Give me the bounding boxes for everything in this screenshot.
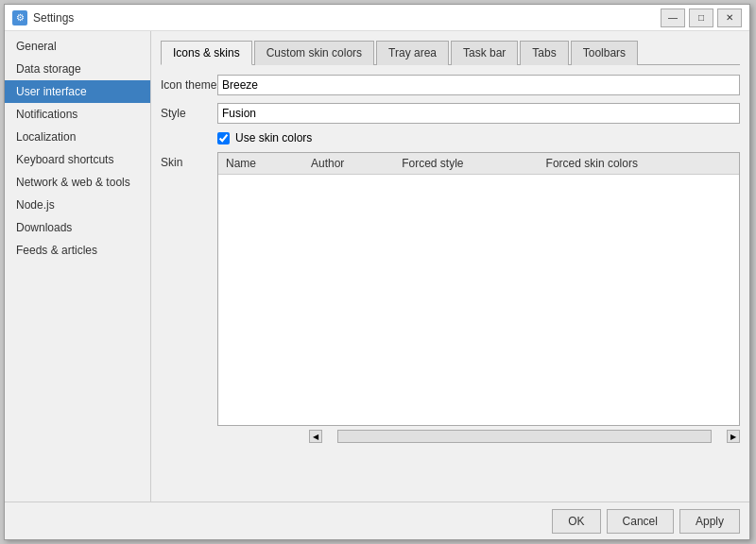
close-button[interactable]: ✕ — [717, 8, 742, 27]
icon-theme-label: Icon theme — [161, 78, 217, 92]
maximize-button[interactable]: □ — [689, 8, 713, 27]
sidebar-item-downloads[interactable]: Downloads — [5, 216, 150, 239]
scroll-left-button[interactable]: ◀ — [309, 430, 322, 443]
sidebar-item-data-storage[interactable]: Data storage — [5, 58, 150, 80]
style-label: Style — [161, 107, 217, 120]
tab-custom-skin-colors[interactable]: Custom skin colors — [254, 41, 374, 65]
content-area: GeneralData storageUser interfaceNotific… — [5, 31, 749, 502]
sidebar-item-user-interface[interactable]: User interface — [5, 80, 150, 103]
style-row: Style — [161, 103, 740, 124]
table-header-forced-skin-colors: Forced skin colors — [539, 153, 739, 175]
tab-task-bar[interactable]: Task bar — [451, 41, 518, 65]
use-skin-colors-checkbox[interactable] — [217, 132, 230, 144]
table-header-row: NameAuthorForced styleForced skin colors — [218, 153, 739, 175]
skin-table: NameAuthorForced styleForced skin colors — [218, 153, 739, 175]
sidebar-item-notifications[interactable]: Notifications — [5, 103, 150, 126]
sidebar-item-general[interactable]: General — [5, 35, 150, 58]
cancel-button[interactable]: Cancel — [607, 509, 674, 534]
use-skin-colors-label: Use skin colors — [235, 131, 312, 144]
style-input[interactable] — [217, 103, 740, 124]
apply-button[interactable]: Apply — [679, 509, 740, 534]
icon-theme-row: Icon theme — [161, 75, 740, 95]
app-icon: ⚙ — [12, 10, 27, 26]
table-header-forced-style: Forced style — [394, 153, 538, 175]
sidebar-item-network-web-tools[interactable]: Network & web & tools — [5, 171, 150, 194]
sidebar-item-feeds-articles[interactable]: Feeds & articles — [5, 239, 150, 262]
title-controls: — □ ✕ — [661, 8, 742, 27]
ok-button[interactable]: OK — [552, 509, 600, 534]
settings-window: ⚙ Settings — □ ✕ GeneralData storageUser… — [4, 4, 750, 540]
horizontal-scrollbar[interactable] — [337, 430, 712, 443]
window-title: Settings — [33, 11, 661, 25]
sidebar-item-nodejs[interactable]: Node.js — [5, 194, 150, 216]
tab-toolbars[interactable]: Toolbars — [571, 41, 638, 65]
icon-theme-input[interactable] — [217, 75, 740, 95]
sidebar: GeneralData storageUser interfaceNotific… — [5, 31, 151, 502]
title-bar: ⚙ Settings — □ ✕ — [5, 5, 749, 31]
sidebar-item-keyboard-shortcuts[interactable]: Keyboard shortcuts — [5, 148, 150, 171]
skin-label: Skin — [161, 152, 217, 426]
tab-tabs[interactable]: Tabs — [520, 41, 568, 65]
tab-icons-skins[interactable]: Icons & skins — [161, 41, 252, 65]
table-header-author: Author — [303, 153, 394, 175]
tabs-bar: Icons & skinsCustom skin colorsTray area… — [161, 41, 740, 65]
table-header-name: Name — [218, 153, 303, 175]
skin-table-container[interactable]: NameAuthorForced styleForced skin colors — [217, 152, 740, 426]
main-content: Icons & skinsCustom skin colorsTray area… — [151, 31, 749, 502]
scrollbar-area: ◀ ▶ — [161, 430, 740, 443]
skin-section: Skin NameAuthorForced styleForced skin c… — [161, 152, 740, 426]
use-skin-colors-row: Use skin colors — [217, 131, 740, 144]
bottom-bar: OK Cancel Apply — [5, 502, 749, 539]
minimize-button[interactable]: — — [661, 8, 685, 27]
scroll-right-button[interactable]: ▶ — [727, 430, 740, 443]
sidebar-item-localization[interactable]: Localization — [5, 126, 150, 148]
tab-tray-area[interactable]: Tray area — [376, 41, 449, 65]
